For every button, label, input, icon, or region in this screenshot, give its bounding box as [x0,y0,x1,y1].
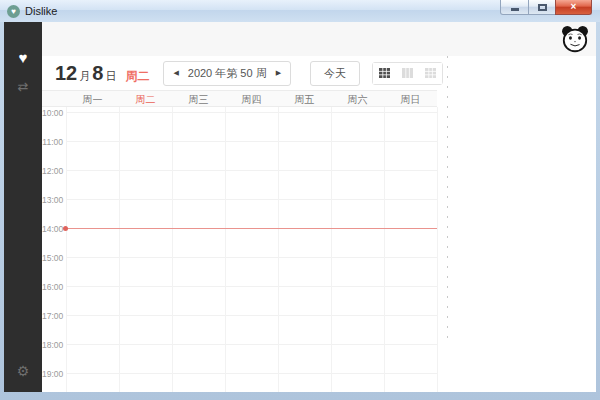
day-view-button[interactable] [373,63,396,84]
minimize-icon [511,8,519,11]
week-view-button[interactable] [396,63,419,84]
current-time-line [66,228,437,229]
hour-gridline [66,141,437,142]
time-label: 19:00 [42,369,66,379]
weekday-label: 周三 [172,93,225,106]
prev-week-arrow-icon[interactable]: ◀ [173,69,178,77]
hour-gridline [66,286,437,287]
weekday-label: 周日 [384,93,437,106]
time-label: 15:00 [42,253,66,263]
hour-gridline [66,199,437,200]
month-view-grid-icon [425,68,436,78]
current-time-dot [63,226,68,231]
day-column-gridline [437,107,438,392]
day-view-grid-icon [379,68,390,78]
hour-gridline [66,315,437,316]
gear-icon: ⚙ [17,363,30,379]
calendar-grid[interactable]: 10:0011:0012:0013:0014:0015:0016:0017:00… [42,107,447,392]
weekday-label: 周一 [66,93,119,106]
top-strip [42,22,596,56]
day-column-gridline [119,107,120,392]
week-selector-label[interactable]: 2020 年第 50 周 [188,66,267,81]
month-view-button[interactable] [419,63,442,84]
app-icon: ♥ [7,5,20,18]
weekday-label: 周六 [331,93,384,106]
time-label: 11:00 [42,137,66,147]
day-column-gridline [331,107,332,392]
time-label: 16:00 [42,282,66,292]
window-controls: × [501,0,592,15]
current-date: 12 月 8 日 周二 [55,62,149,85]
day-column-gridline [225,107,226,392]
day-column-gridline [384,107,385,392]
time-label: 13:00 [42,195,66,205]
date-weekday: 周二 [125,68,149,85]
day-column-gridline [172,107,173,392]
time-label: 18:00 [42,340,66,350]
sidebar-item-sync[interactable]: ⇄ [4,79,42,94]
weekday-label: 周四 [225,93,278,106]
minimize-button[interactable] [500,0,529,15]
heart-icon: ♥ [19,49,28,66]
sidebar-item-favorites[interactable]: ♥ [4,49,42,66]
maximize-icon [538,4,547,11]
time-label: 10:00 [42,108,66,118]
panda-meme-avatar[interactable] [561,25,589,53]
time-label: 17:00 [42,311,66,321]
day-column-gridline [66,107,67,392]
week-view-grid-icon [402,68,413,78]
weekday-header-row: 周一周二周三周四周五周六周日 [42,90,437,107]
day-column-gridline [278,107,279,392]
date-month-unit: 月 [79,69,90,84]
sync-arrows-icon: ⇄ [18,79,29,94]
weekday-label: 周五 [278,93,331,106]
sidebar-item-settings[interactable]: ⚙ [4,363,42,379]
next-week-arrow-icon[interactable]: ▶ [276,69,281,77]
right-panel [448,56,596,392]
today-button[interactable]: 今天 [310,61,360,86]
sidebar: ♥ ⇄ ⚙ [4,22,42,392]
window-title: Dislike [25,5,57,17]
date-day-unit: 日 [105,69,116,84]
maximize-button[interactable] [528,0,556,15]
hour-gridline [66,257,437,258]
date-day-number: 8 [92,62,103,85]
hour-gridline [66,112,437,113]
hour-gridline [66,170,437,171]
window-content: ♥ ⇄ ⚙ 12 月 8 日 周二 [4,22,596,392]
hour-gridline [66,373,437,374]
time-label: 12:00 [42,166,66,176]
app-window: ♥ Dislike × ♥ ⇄ ⚙ [0,0,600,400]
date-month-number: 12 [55,62,77,85]
view-switcher [372,62,443,85]
title-bar[interactable]: ♥ Dislike × [0,0,600,22]
close-icon: × [571,2,577,12]
hour-gridline [66,344,437,345]
close-button[interactable]: × [555,0,592,15]
week-selector: ◀ 2020 年第 50 周 ▶ [163,61,291,86]
weekday-label: 周二 [119,93,172,106]
